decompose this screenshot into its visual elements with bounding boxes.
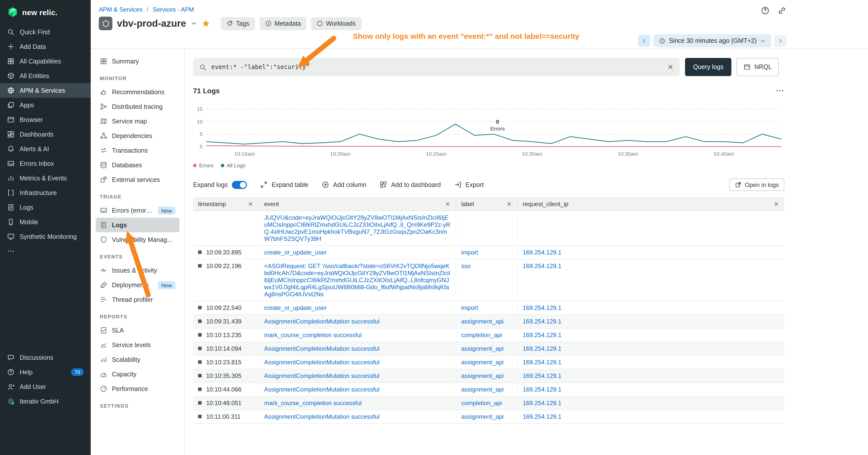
secnav-item-distributed-tracing[interactable]: Distributed tracing <box>96 99 180 114</box>
legend-all-logs[interactable]: All Logs <box>220 162 246 168</box>
ip-link[interactable]: 169.254.129.1 <box>523 262 561 269</box>
expand-logs-toggle[interactable]: Expand logs <box>193 181 247 189</box>
label-link[interactable]: assignment_api <box>461 413 503 420</box>
secnav-item-scalability[interactable]: Scalability <box>96 352 180 367</box>
row-expander[interactable] <box>198 388 202 391</box>
secnav-item-errors-errors-inb[interactable]: Errors (errors inb...New <box>96 203 180 218</box>
label-link[interactable]: completion_api <box>461 331 502 338</box>
label-link[interactable]: assignment_api <box>461 386 503 393</box>
legend-errors[interactable]: Errors <box>193 162 214 168</box>
sidebar-item-all-entities[interactable]: All Entities <box>0 68 91 83</box>
add-to-dashboard-button[interactable]: Add to dashboard <box>379 181 441 189</box>
log-row[interactable]: 10:10:35.305AssignmentCompletionMutation… <box>193 369 784 383</box>
event-link[interactable]: create_or_update_user <box>264 304 327 312</box>
secnav-item-vulnerability-management[interactable]: Vulnerability Management <box>96 232 180 247</box>
secnav-item-databases[interactable]: Databases <box>96 158 180 172</box>
secnav-item-capacity[interactable]: Capacity <box>96 367 180 382</box>
log-row[interactable]: 10:09:22.196<ASGIRequest: GET '/sso/call… <box>193 260 784 301</box>
event-link[interactable]: AssignmentCompletionMutation successful <box>264 413 379 420</box>
sidebar-item-quick-find[interactable]: Quick Find <box>0 25 91 39</box>
secnav-item-logs[interactable]: Logs <box>96 218 180 232</box>
row-expander[interactable] <box>198 306 202 310</box>
ip-link[interactable]: 169.254.129.1 <box>523 399 561 407</box>
label-link[interactable]: assignment_api <box>461 318 503 325</box>
entity-switcher-chevron-icon[interactable] <box>191 20 197 27</box>
label-link[interactable]: import <box>461 249 478 256</box>
sidebar-item-dashboards[interactable]: Dashboards <box>0 127 91 141</box>
sidebar-item-add-data[interactable]: Add Data <box>0 39 91 54</box>
event-link[interactable]: <ASGIRequest: GET '/sso/callback/?state=… <box>264 262 451 298</box>
label-link[interactable]: completion_api <box>461 399 502 407</box>
row-expander[interactable] <box>198 374 202 378</box>
secnav-item-service-map[interactable]: Service map <box>96 114 180 129</box>
clear-query-icon[interactable] <box>667 64 674 70</box>
label-link[interactable]: import <box>461 304 478 312</box>
row-expander[interactable] <box>198 251 202 254</box>
sidebar-item-iterativ-gmbh[interactable]: Iterativ GmbH <box>0 394 91 409</box>
secnav-item-service-levels[interactable]: Service levels <box>96 337 180 352</box>
log-row[interactable]: 10:10:14.094AssignmentCompletionMutation… <box>193 342 784 356</box>
sidebar-item-mobile[interactable]: Mobile <box>0 215 91 229</box>
event-link[interactable]: JUQVU&code=eyJraWQiOiJjcGltY29yZV8wOTl1M… <box>264 214 451 242</box>
event-link[interactable]: create_or_update_user <box>264 249 327 256</box>
sidebar-item-browser[interactable]: Browser <box>0 112 91 127</box>
secnav-item-external-services[interactable]: External services <box>96 172 180 187</box>
workloads-button[interactable]: Workloads <box>311 17 362 30</box>
row-expander[interactable] <box>198 360 202 364</box>
sidebar-item-all-capabilities[interactable]: All Capabilities <box>0 54 91 68</box>
label-link[interactable]: assignment_api <box>461 345 503 352</box>
add-column-button[interactable]: Add column <box>321 181 367 189</box>
sidebar-item-logs[interactable]: Logs <box>0 200 91 215</box>
nrql-button[interactable]: NRQL <box>737 58 779 76</box>
row-expander[interactable] <box>198 264 202 267</box>
sidebar-item-discussions[interactable]: Discussions <box>0 350 91 365</box>
event-link[interactable]: AssignmentCompletionMutation successful <box>264 345 379 352</box>
query-logs-button[interactable]: Query logs <box>685 58 732 76</box>
secnav-item-performance[interactable]: Performance <box>96 382 180 396</box>
secnav-item-dependencies[interactable]: Dependencies <box>96 129 180 143</box>
metadata-button[interactable]: Metadata <box>259 17 306 30</box>
newrelic-logo[interactable]: new relic. <box>0 0 91 25</box>
sidebar-item-apps[interactable]: Apps <box>0 98 91 112</box>
log-row[interactable]: 10:10:23.815AssignmentCompletionMutation… <box>193 356 784 369</box>
row-expander[interactable] <box>198 415 202 418</box>
logs-query-input[interactable]: event:* -"label":"security" <box>193 58 680 76</box>
sidebar-item-more[interactable] <box>0 244 91 259</box>
row-expander[interactable] <box>198 333 202 336</box>
ip-link[interactable]: 169.254.129.1 <box>523 372 561 380</box>
row-expander[interactable] <box>198 320 202 323</box>
toggle-on-icon[interactable] <box>232 181 247 189</box>
secnav-item-issues-activity[interactable]: Issues & activity <box>96 263 180 278</box>
ip-link[interactable]: 169.254.129.1 <box>523 318 561 325</box>
sidebar-item-help[interactable]: Help70 <box>0 365 91 380</box>
ip-link[interactable]: 169.254.129.1 <box>523 386 561 393</box>
ip-link[interactable]: 169.254.129.1 <box>523 413 561 420</box>
event-link[interactable]: AssignmentCompletionMutation successful <box>264 386 379 393</box>
logs-chart[interactable]: 05101510:15am10:20am10:25am10:30am10:35a… <box>193 101 784 159</box>
secnav-item-recommendations[interactable]: Recommendations <box>96 85 180 99</box>
export-button[interactable]: Export <box>454 181 484 189</box>
sidebar-item-apm-services[interactable]: APM & Services <box>0 83 91 98</box>
breadcrumb-apm-services[interactable]: APM & Services <box>99 6 143 13</box>
time-forward-button[interactable] <box>774 35 786 47</box>
row-expander[interactable] <box>198 401 202 404</box>
secnav-item-deployments[interactable]: DeploymentsNew <box>96 278 180 292</box>
sidebar-item-alerts-ai[interactable]: Alerts & AI <box>0 141 91 156</box>
expand-table-button[interactable]: Expand table <box>260 181 309 189</box>
breadcrumb-services-apm[interactable]: Services - APM <box>153 6 194 13</box>
sidebar-item-add-user[interactable]: Add User <box>0 380 91 394</box>
row-expander[interactable] <box>198 347 202 350</box>
favorite-star-icon[interactable] <box>202 19 211 28</box>
chart-options-icon[interactable] <box>775 86 784 95</box>
time-back-button[interactable] <box>638 35 650 47</box>
log-row[interactable]: 10:11:00.311AssignmentCompletionMutation… <box>193 410 784 424</box>
sidebar-item-metrics-events[interactable]: Metrics & Events <box>0 171 91 186</box>
remove-column-event-button[interactable] <box>444 201 451 207</box>
remove-column-timestamp-button[interactable] <box>248 201 253 207</box>
secnav-item-thread-profiler[interactable]: Thread profiler <box>96 292 180 307</box>
label-link[interactable]: assignment_api <box>461 359 503 366</box>
label-link[interactable]: sso <box>461 262 470 269</box>
event-link[interactable]: AssignmentCompletionMutation successful <box>264 372 379 380</box>
ip-link[interactable]: 169.254.129.1 <box>523 359 561 366</box>
log-row[interactable]: 10:09:31.439AssignmentCompletionMutation… <box>193 315 784 328</box>
